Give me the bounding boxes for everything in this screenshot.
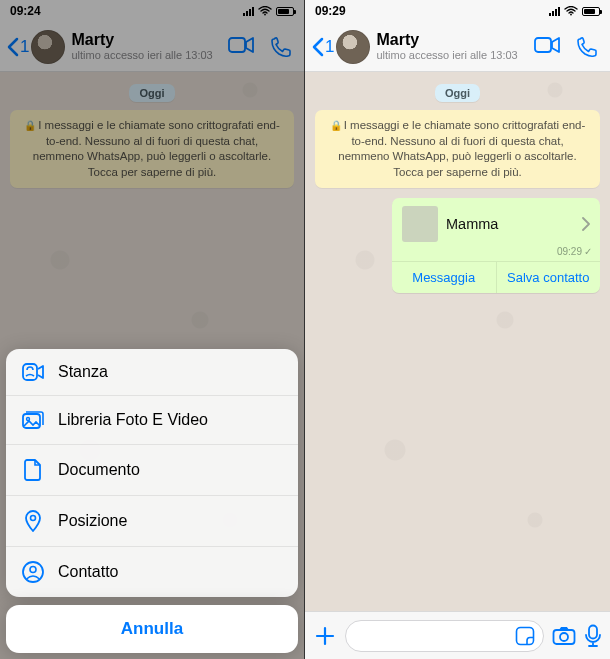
action-sheet: Stanza Libreria Foto E Video Documento P… bbox=[6, 349, 298, 653]
contact-icon bbox=[22, 561, 44, 583]
status-time: 09:24 bbox=[10, 4, 41, 18]
svg-point-0 bbox=[264, 14, 266, 16]
sheet-item-label: Documento bbox=[58, 461, 140, 479]
chat-area: Oggi 🔒I messaggi e le chiamate sono crit… bbox=[305, 72, 610, 303]
sheet-item-contact[interactable]: Contatto bbox=[6, 547, 298, 597]
svg-point-8 bbox=[570, 14, 572, 16]
chevron-right-icon bbox=[582, 217, 590, 231]
sheet-item-stanza[interactable]: Stanza bbox=[6, 349, 298, 396]
screen-attachment-sheet: 09:24 1 Marty ultimo accesso ieri alle 1… bbox=[0, 0, 305, 659]
video-call-button[interactable] bbox=[534, 36, 560, 58]
back-button[interactable]: 1 bbox=[6, 37, 29, 57]
contact-name: Marty bbox=[376, 31, 534, 49]
svg-rect-9 bbox=[535, 38, 551, 52]
wifi-icon bbox=[258, 6, 272, 16]
lock-icon: 🔒 bbox=[24, 120, 36, 131]
sheet-item-photo-video[interactable]: Libreria Foto E Video bbox=[6, 396, 298, 445]
navbar: 1 Marty ultimo accesso ieri alle 13:03 bbox=[0, 22, 304, 72]
contact-thumbnail bbox=[402, 206, 438, 242]
cancel-button[interactable]: Annulla bbox=[6, 605, 298, 653]
svg-point-7 bbox=[30, 567, 36, 573]
save-contact-button[interactable]: Salva contatto bbox=[497, 262, 601, 293]
svg-rect-3 bbox=[23, 414, 40, 428]
shared-contact-name: Mamma bbox=[446, 216, 574, 232]
location-icon bbox=[22, 510, 44, 532]
signal-icon bbox=[549, 7, 560, 16]
wifi-icon bbox=[564, 6, 578, 16]
title-block[interactable]: Marty ultimo accesso ieri alle 13:03 bbox=[71, 31, 228, 62]
svg-rect-11 bbox=[554, 630, 575, 644]
encryption-text: I messaggi e le chiamate sono crittograf… bbox=[33, 119, 280, 178]
svg-point-12 bbox=[560, 633, 568, 641]
last-seen: ultimo accesso ieri alle 13:03 bbox=[71, 49, 228, 62]
photo-library-icon bbox=[22, 410, 44, 430]
back-button[interactable]: 1 bbox=[311, 37, 334, 57]
back-count: 1 bbox=[325, 37, 334, 57]
encryption-banner[interactable]: 🔒I messaggi e le chiamate sono crittogra… bbox=[10, 110, 294, 188]
svg-point-5 bbox=[31, 516, 36, 521]
avatar[interactable] bbox=[31, 30, 65, 64]
back-count: 1 bbox=[20, 37, 29, 57]
mic-button[interactable] bbox=[584, 624, 602, 648]
sheet-item-document[interactable]: Documento bbox=[6, 445, 298, 496]
sticker-icon[interactable] bbox=[515, 626, 535, 646]
message-input[interactable] bbox=[345, 620, 544, 652]
contact-card-bubble[interactable]: Mamma 09:29✓ Messaggia Salva contatto bbox=[392, 198, 600, 293]
input-bar bbox=[305, 611, 610, 659]
chat-area: Oggi 🔒I messaggi e le chiamate sono crit… bbox=[0, 72, 304, 196]
last-seen: ultimo accesso ieri alle 13:03 bbox=[376, 49, 534, 62]
status-time: 09:29 bbox=[315, 4, 346, 18]
chevron-left-icon bbox=[311, 37, 325, 57]
screen-contact-sent: 09:29 1 Marty ultimo accesso ieri alle 1… bbox=[305, 0, 610, 659]
contact-name: Marty bbox=[71, 31, 228, 49]
svg-rect-10 bbox=[517, 627, 534, 644]
voice-call-button[interactable] bbox=[576, 36, 598, 58]
sheet-item-label: Posizione bbox=[58, 512, 127, 530]
battery-icon bbox=[276, 7, 294, 16]
svg-rect-1 bbox=[229, 38, 245, 52]
chevron-left-icon bbox=[6, 37, 20, 57]
message-meta: 09:29✓ bbox=[392, 246, 600, 261]
signal-icon bbox=[243, 7, 254, 16]
status-bar: 09:24 bbox=[0, 0, 304, 22]
attach-button[interactable] bbox=[313, 624, 337, 648]
sheet-item-location[interactable]: Posizione bbox=[6, 496, 298, 547]
voice-call-button[interactable] bbox=[270, 36, 292, 58]
status-bar: 09:29 bbox=[305, 0, 610, 22]
day-chip: Oggi bbox=[435, 84, 480, 102]
encryption-text: I messaggi e le chiamate sono crittograf… bbox=[338, 119, 585, 178]
sheet-item-label: Stanza bbox=[58, 363, 108, 381]
document-icon bbox=[22, 459, 44, 481]
avatar[interactable] bbox=[336, 30, 370, 64]
encryption-banner[interactable]: 🔒I messaggi e le chiamate sono crittogra… bbox=[315, 110, 600, 188]
sent-tick-icon: ✓ bbox=[584, 246, 592, 257]
room-icon bbox=[22, 363, 44, 381]
camera-button[interactable] bbox=[552, 626, 576, 646]
lock-icon: 🔒 bbox=[330, 120, 342, 131]
svg-rect-13 bbox=[589, 625, 597, 638]
sheet-item-label: Libreria Foto E Video bbox=[58, 411, 208, 429]
battery-icon bbox=[582, 7, 600, 16]
navbar: 1 Marty ultimo accesso ieri alle 13:03 bbox=[305, 22, 610, 72]
title-block[interactable]: Marty ultimo accesso ieri alle 13:03 bbox=[376, 31, 534, 62]
message-time: 09:29 bbox=[557, 246, 582, 257]
message-contact-button[interactable]: Messaggia bbox=[392, 262, 497, 293]
video-call-button[interactable] bbox=[228, 36, 254, 58]
sheet-item-label: Contatto bbox=[58, 563, 118, 581]
day-chip: Oggi bbox=[129, 84, 174, 102]
